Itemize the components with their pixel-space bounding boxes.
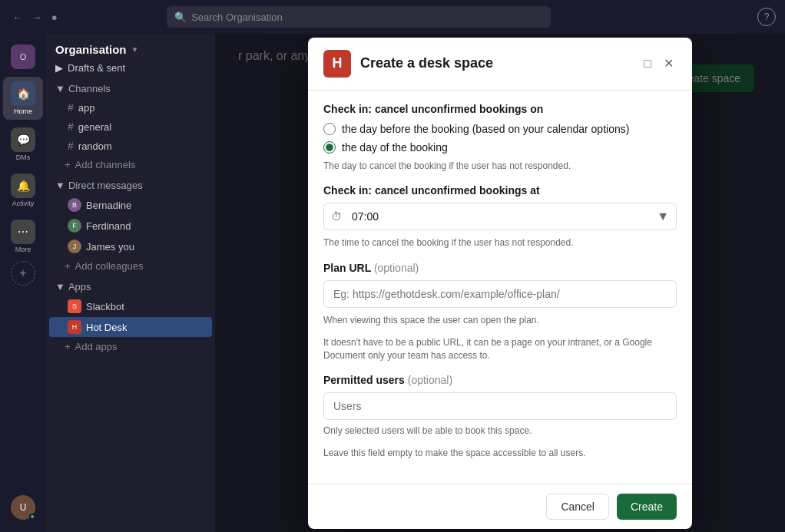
dm-name: Ferdinand: [86, 220, 131, 232]
search-bar[interactable]: 🔍 Search Organisation: [167, 6, 551, 28]
hotdesk-icon: H: [68, 320, 81, 334]
add-workspace-button[interactable]: +: [11, 261, 35, 286]
plan-url-section: Plan URL (optional) When viewing this sp…: [323, 262, 677, 362]
sidebar-item-slackbot[interactable]: S Slackbot: [49, 296, 212, 316]
home-icon: 🏠: [11, 81, 35, 106]
apps-section: ▼ Apps S Slackbot H Hot Desk + Add apps: [46, 278, 215, 355]
sidebar-item-org[interactable]: O: [3, 40, 43, 74]
plan-url-label: Plan URL (optional): [323, 262, 677, 274]
dms-label: Direct messages: [68, 180, 143, 191]
org-name: Organisation: [55, 43, 127, 56]
checkin-section: Check in: cancel unconfirmed bookings on…: [323, 103, 677, 173]
top-right: ?: [757, 8, 776, 26]
ferdinand-avatar: F: [68, 219, 81, 233]
radio-day-before[interactable]: [323, 123, 336, 135]
dms-icon: 💬: [11, 127, 35, 152]
avatar[interactable]: U: [11, 495, 35, 520]
add-apps-label: Add apps: [75, 341, 118, 352]
add-colleagues-button[interactable]: + Add colleagues: [46, 257, 215, 275]
cancel-button[interactable]: Cancel: [546, 494, 609, 520]
permitted-users-input[interactable]: [323, 392, 677, 420]
online-indicator: [29, 514, 35, 520]
channels-section: ▼ Channels # app # general # random + Ad…: [46, 80, 215, 173]
org-icon: O: [11, 45, 35, 69]
sidebar-item-activity[interactable]: 🔔 Activity: [3, 169, 43, 212]
time-select-wrapper: ⏱ 07:00 07:30 08:00 08:30 09:00 ▼: [323, 203, 677, 230]
permitted-users-section: Permitted users (optional) Only selected…: [323, 374, 677, 460]
radio-option-day-before[interactable]: the day before the booking (based on you…: [323, 123, 677, 135]
plan-url-hint-2: It doesn't have to be a public URL, it c…: [323, 336, 677, 362]
bernadine-avatar: B: [68, 198, 81, 212]
radio-option-day-of[interactable]: the day of the booking: [323, 141, 677, 154]
search-placeholder: Search Organisation: [191, 12, 283, 23]
sidebar-item-drafts[interactable]: ▶ Drafts & sent: [46, 59, 215, 77]
activity-icon: 🔔: [11, 173, 35, 198]
modal-create-desk-space: H Create a desk space □ ✕ Check in: canc…: [308, 38, 692, 529]
sidebar-item-ferdinand[interactable]: F Ferdinand: [49, 216, 212, 236]
add-channels-label: Add channels: [75, 159, 136, 170]
slackbot-icon: S: [68, 299, 81, 313]
modal-title: Create a desk space: [360, 55, 631, 71]
hash-icon: #: [68, 101, 74, 114]
apps-chevron-icon: ▼: [55, 281, 65, 292]
channels-label: Channels: [68, 83, 111, 94]
dms-label: DMs: [16, 154, 31, 161]
hash-icon: #: [68, 121, 74, 133]
apps-header[interactable]: ▼ Apps: [46, 278, 215, 296]
activity-label: Activity: [12, 200, 35, 207]
org-header[interactable]: Organisation ▼: [46, 40, 215, 59]
help-button[interactable]: ?: [757, 8, 776, 26]
sidebar-item-random[interactable]: # random: [49, 137, 212, 155]
channels-chevron-icon: ▼: [55, 83, 65, 94]
modal-footer: Cancel Create: [308, 484, 692, 529]
dms-header[interactable]: ▼ Direct messages: [46, 177, 215, 194]
sidebar: Organisation ▼ ▶ Drafts & sent ▼ Channel…: [46, 34, 215, 532]
add-channels-button[interactable]: + Add channels: [46, 156, 215, 173]
plan-url-hint-1: When viewing this space the user can ope…: [323, 314, 677, 327]
org-chevron-icon: ▼: [131, 45, 139, 54]
home-label: Home: [14, 107, 32, 115]
dms-section: ▼ Direct messages B Bernadine F Ferdinan…: [46, 177, 215, 275]
nav-buttons: ← → ●: [9, 8, 61, 26]
top-bar: ← → ● 🔍 Search Organisation ?: [0, 0, 785, 34]
checkin-radio-group: the day before the booking (based on you…: [323, 123, 677, 154]
sidebar-item-james[interactable]: J James you: [49, 236, 212, 256]
history-button[interactable]: ●: [48, 8, 61, 26]
modal-logo: H: [323, 50, 351, 78]
hash-icon: #: [68, 140, 74, 152]
radio-day-before-label: the day before the booking (based on you…: [342, 123, 629, 135]
add-colleagues-label: Add colleagues: [75, 260, 144, 272]
clock-icon: ⏱: [331, 210, 342, 223]
icons-strip: O 🏠 Home 💬 DMs 🔔 Activity ⋯ More + U: [0, 34, 46, 532]
modal-close-button[interactable]: ✕: [661, 53, 677, 74]
sidebar-item-general[interactable]: # general: [49, 117, 212, 136]
sidebar-item-hotdesk[interactable]: H Hot Desk: [49, 317, 212, 337]
app-name: Hot Desk: [86, 322, 127, 333]
create-button[interactable]: Create: [617, 494, 677, 520]
sidebar-item-app[interactable]: # app: [49, 98, 212, 117]
modal-expand-button[interactable]: □: [641, 53, 654, 74]
dm-name: James you: [86, 241, 134, 253]
channels-header[interactable]: ▼ Channels: [46, 80, 215, 97]
forward-button[interactable]: →: [28, 8, 45, 26]
add-apps-button[interactable]: + Add apps: [46, 338, 215, 355]
more-icon: ⋯: [11, 220, 35, 244]
sidebar-item-more[interactable]: ⋯ More: [3, 215, 43, 258]
sidebar-item-home[interactable]: 🏠 Home: [3, 77, 43, 120]
permitted-hint-2: Leave this field empty to make the space…: [323, 447, 677, 460]
sidebar-item-dms[interactable]: 💬 DMs: [3, 123, 43, 166]
sidebar-item-bernadine[interactable]: B Bernadine: [49, 195, 212, 215]
more-label: More: [15, 246, 31, 253]
radio-day-of[interactable]: [323, 141, 336, 154]
modal-body: Check in: cancel unconfirmed bookings on…: [308, 91, 692, 484]
add-icon: +: [65, 159, 71, 170]
channel-name: general: [78, 121, 111, 133]
plan-url-input[interactable]: [323, 280, 677, 308]
modal-header: H Create a desk space □ ✕: [308, 38, 692, 91]
back-button[interactable]: ←: [9, 8, 25, 26]
permitted-users-label: Permitted users (optional): [323, 374, 677, 386]
time-select[interactable]: 07:00 07:30 08:00 08:30 09:00: [323, 203, 677, 230]
drafts-label: Drafts & sent: [68, 62, 125, 74]
checkin-time-label: Check in: cancel unconfirmed bookings at: [323, 184, 677, 197]
checkin-time-hint: The time to cancel the booking if the us…: [323, 236, 677, 249]
